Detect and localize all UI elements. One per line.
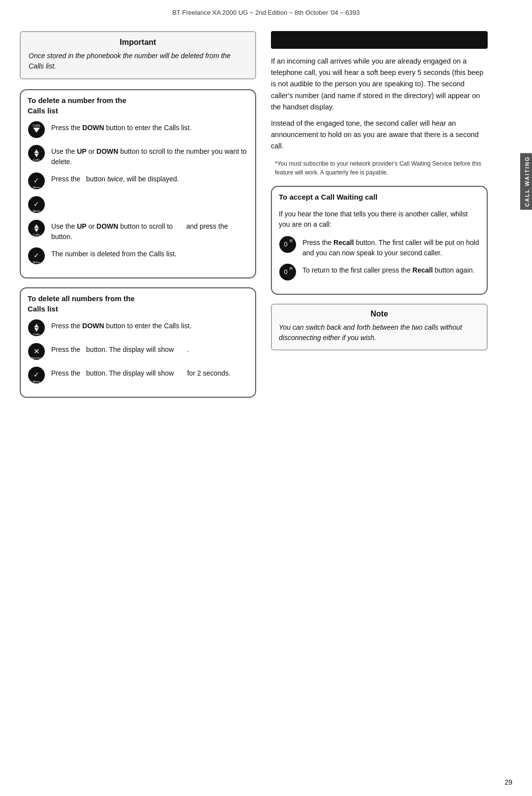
step-item: ✓ Menu Press the button twice, will be d…: [28, 172, 248, 191]
recall-button-icon-2: 0 R: [279, 263, 298, 282]
body-paragraph-2: Instead of the engaged tone, the second …: [271, 118, 488, 152]
svg-text:Menu: Menu: [33, 261, 40, 264]
left-column: Important Once stored in the phonebook t…: [20, 31, 256, 407]
svg-text:Menu: Menu: [33, 209, 40, 212]
header-text: BT Freelance XA 2000 UG ~ 2nd Edition ~ …: [172, 9, 360, 16]
svg-text:0: 0: [284, 241, 287, 248]
page-number: 29: [504, 778, 512, 786]
step-item: Vol Calls Use the UP or DOWN button to s…: [28, 219, 248, 242]
important-box: Important Once stored in the phonebook t…: [20, 31, 256, 79]
svg-text:Calls: Calls: [33, 233, 39, 236]
vol-down-icon: Vol Calls: [28, 319, 46, 338]
step-text: Press the DOWN button to enter the Calls…: [51, 319, 192, 331]
svg-text:✓: ✓: [33, 371, 39, 379]
down-button-icon: Calls: [28, 121, 46, 139]
step-item: ✕ Secrecy Press the button. The display …: [28, 343, 248, 361]
step-item: 0 R To return to the first caller press …: [279, 263, 480, 282]
call-waiting-steps: 0 R Press the Recall button. The first c…: [279, 236, 480, 282]
svg-text:Secrecy: Secrecy: [31, 356, 42, 359]
delete-all-section: To delete all numbers from the Calls lis…: [20, 287, 256, 398]
step-item: Vol Calls Use the UP or DOWN button to s…: [28, 144, 248, 167]
delete-all-title: To delete all numbers from the Calls lis…: [28, 293, 248, 314]
call-waiting-section: To accept a Call Waiting call If you hea…: [271, 186, 488, 295]
step-text: To return to the first caller press the …: [302, 263, 474, 276]
recall-button-icon: 0 R: [279, 236, 298, 254]
delete-number-section: To delete a number from the Calls list C…: [20, 89, 256, 278]
step-item: Calls Press the DOWN button to enter the…: [28, 121, 248, 139]
step-text: Press the button. The display will show …: [51, 343, 189, 355]
important-title: Important: [29, 38, 247, 47]
step-item: ✓ Menu The number is deleted from the Ca…: [28, 247, 248, 266]
vol-button-icon-2: Vol Calls: [28, 219, 46, 238]
svg-text:R: R: [290, 266, 293, 271]
step-item: 0 R Press the Recall button. The first c…: [279, 236, 480, 258]
menu-button-icon: ✓ Menu: [28, 172, 46, 191]
note-body: You can switch back and forth between th…: [279, 322, 480, 344]
delete-number-steps: Calls Press the DOWN button to enter the…: [28, 121, 248, 266]
svg-text:Menu: Menu: [33, 380, 40, 383]
step-text: Press the button. The display will show …: [51, 366, 231, 379]
delete-number-title-text: To delete a number from the Calls list: [28, 96, 127, 115]
delete-all-title-text: To delete all numbers from the Calls lis…: [28, 294, 134, 313]
svg-text:✓: ✓: [33, 251, 39, 259]
right-body-1: If an incoming call arrives while you ar…: [271, 56, 488, 152]
step-text: Use the UP or DOWN button to scroll to t…: [51, 144, 248, 167]
svg-text:✓: ✓: [33, 200, 39, 208]
delete-all-steps: Vol Calls Press the DOWN button to enter…: [28, 319, 248, 385]
step-item: ✓ Menu: [28, 196, 248, 214]
secrecy-icon: ✕ Secrecy: [28, 343, 46, 361]
svg-text:Menu: Menu: [33, 186, 40, 189]
vol-button-icon: Vol Calls: [28, 144, 46, 163]
svg-text:✓: ✓: [33, 176, 39, 184]
svg-text:0: 0: [284, 268, 287, 276]
step-item: ✓ Menu Press the button. The display wil…: [28, 366, 248, 385]
right-column: If an incoming call arrives while you ar…: [271, 31, 512, 407]
footnote: *You must subscribe to your network prov…: [271, 159, 488, 177]
call-waiting-title: To accept a Call Waiting call: [279, 192, 480, 202]
menu-button-icon-3: ✓ Menu: [28, 247, 46, 266]
call-waiting-intro: If you hear the tone that tells you ther…: [279, 207, 480, 230]
svg-text:R: R: [290, 239, 293, 243]
call-waiting-tab: CALL WAITING: [520, 153, 532, 209]
black-header-bar: [271, 31, 488, 49]
menu-button-icon-2: ✓ Menu: [28, 196, 46, 214]
svg-text:✕: ✕: [33, 347, 40, 355]
step-text: Use the UP or DOWN button to scroll to a…: [51, 219, 248, 242]
important-body: Once stored in the phonebook the number …: [29, 51, 247, 71]
step-text: Press the Recall button. The first calle…: [302, 236, 480, 258]
step-text: Press the DOWN button to enter the Calls…: [51, 121, 192, 133]
svg-point-36: [279, 264, 296, 280]
step-text: Press the button twice, will be displaye…: [51, 172, 179, 184]
svg-point-33: [279, 236, 296, 253]
step-item: Vol Calls Press the DOWN button to enter…: [28, 319, 248, 338]
page-header: BT Freelance XA 2000 UG ~ 2nd Edition ~ …: [0, 0, 532, 21]
svg-text:Calls: Calls: [33, 158, 39, 161]
svg-text:Calls: Calls: [33, 124, 40, 127]
menu-confirm-icon: ✓ Menu: [28, 366, 46, 385]
note-box: Note You can switch back and forth betwe…: [271, 304, 488, 350]
svg-text:Calls: Calls: [33, 333, 39, 336]
step-text: The number is deleted from the Calls lis…: [51, 247, 176, 259]
delete-number-title: To delete a number from the Calls list: [28, 95, 248, 116]
body-paragraph-1: If an incoming call arrives while you ar…: [271, 56, 488, 113]
note-title: Note: [279, 310, 480, 318]
